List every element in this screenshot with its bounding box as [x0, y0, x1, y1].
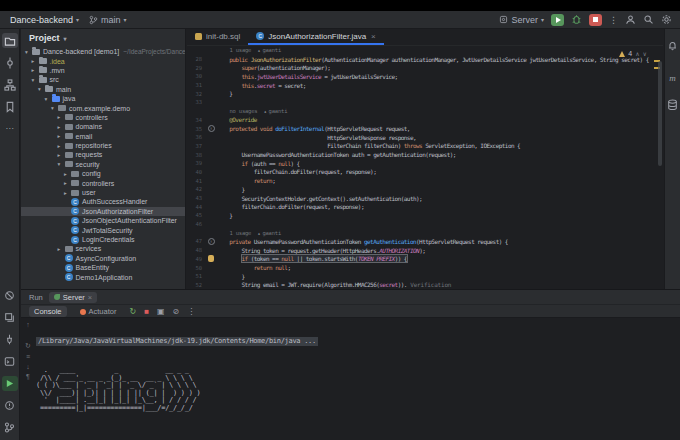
git-tool-button[interactable]: [2, 420, 18, 435]
tree-item[interactable]: ▾Dance-backend [demo1]~/IdeaProjects/Dan…: [21, 47, 185, 56]
search-icon[interactable]: [643, 14, 654, 25]
code-line[interactable]: 37 FilterChain filterChain) throws Servl…: [187, 142, 663, 151]
code-line[interactable]: 51 }: [187, 272, 663, 281]
stop-icon[interactable]: ■: [144, 307, 149, 316]
inspections-widget[interactable]: 4 ∧ ∨: [619, 50, 647, 57]
chevron-down-icon[interactable]: ▾: [38, 86, 45, 92]
stop-button[interactable]: [589, 14, 602, 26]
tree-item[interactable]: CBaseEntity: [21, 263, 185, 272]
tree-item[interactable]: ▸repositories: [21, 141, 185, 150]
terminal-tool-button[interactable]: [2, 354, 18, 369]
tree-item[interactable]: ▾java: [21, 94, 185, 103]
chevron-right-icon[interactable]: ▸: [58, 143, 65, 149]
vcs-branch-widget[interactable]: main ▾: [89, 15, 127, 25]
tree-item[interactable]: ▾com.example.demo: [21, 103, 185, 112]
more-actions-icon[interactable]: ⋮: [609, 15, 618, 25]
chevron-right-icon[interactable]: ▸: [58, 152, 65, 158]
chevron-right-icon[interactable]: ▸: [64, 180, 71, 186]
endpoints-tool-button[interactable]: [2, 332, 18, 347]
prev-warning-icon[interactable]: ∧: [635, 50, 639, 57]
close-icon[interactable]: ×: [371, 32, 376, 41]
notifications-tool-button[interactable]: [667, 37, 678, 55]
override-marker-icon[interactable]: ↑: [208, 125, 215, 132]
debug-button[interactable]: [571, 14, 582, 25]
problems-tool-button[interactable]: [2, 398, 18, 413]
more-tools-button[interactable]: ⋯: [2, 121, 18, 136]
tree-item[interactable]: ▾security: [21, 160, 185, 169]
code-line[interactable]: 44 filterChain.doFilter(request, respons…: [187, 202, 663, 211]
tab-console[interactable]: Console: [29, 306, 67, 317]
close-icon[interactable]: ×: [88, 293, 92, 302]
chevron-right-icon[interactable]: ▸: [64, 190, 71, 196]
mute-tool-button[interactable]: [2, 288, 18, 303]
print-icon[interactable]: ¶: [26, 373, 30, 380]
scroll-up-icon[interactable]: ↑: [26, 321, 30, 328]
project-panel-header[interactable]: Project ▾: [21, 29, 185, 47]
more-icon[interactable]: ⋮: [187, 307, 195, 316]
code-editor[interactable]: 1 usage ▴ gaanti28 public JsonAuthorizat…: [187, 46, 663, 289]
code-line[interactable]: 34 @Override: [187, 116, 663, 125]
commit-tool-button[interactable]: [2, 55, 18, 70]
tree-item[interactable]: ▸controllers: [21, 178, 185, 187]
tree-item[interactable]: ▸.idea: [21, 56, 185, 65]
maven-tool-button[interactable]: m: [669, 67, 676, 85]
gc-icon[interactable]: ⊘: [173, 307, 180, 316]
settings-icon[interactable]: [661, 14, 672, 25]
chevron-down-icon[interactable]: ▾: [51, 105, 58, 111]
code-line[interactable]: 42 }: [187, 185, 663, 194]
code-line[interactable]: 43 SecurityContextHolder.getContext().se…: [187, 194, 663, 203]
code-line[interactable]: 49 if (token == null || token.startsWith…: [187, 255, 663, 264]
dump-threads-icon[interactable]: ▣: [157, 307, 165, 316]
project-tool-button[interactable]: [2, 33, 18, 48]
next-warning-icon[interactable]: ∨: [643, 50, 647, 57]
console-command-line[interactable]: /Library/Java/JavaVirtualMachines/jdk-19…: [36, 337, 680, 346]
tree-item[interactable]: CLoginCredentials: [21, 235, 185, 244]
tree-item[interactable]: ▾main: [21, 85, 185, 94]
code-line[interactable]: 40 filterChain.doFilter(request, respons…: [187, 168, 663, 177]
tree-item[interactable]: CJsonAuthorizationFilter: [21, 207, 185, 216]
tree-item[interactable]: CJsonObjectAuthenticationFilter: [21, 216, 185, 225]
code-line[interactable]: 47↑ private UsernamePasswordAuthenticati…: [187, 237, 663, 246]
code-line[interactable]: 31 this.secret = secret;: [187, 81, 663, 90]
scroll-to-end-icon[interactable]: ↓: [26, 363, 30, 370]
run-button[interactable]: [551, 14, 564, 26]
soft-wrap-icon[interactable]: ≡: [26, 353, 30, 360]
chevron-down-icon[interactable]: ▾: [58, 161, 65, 167]
tab-jsonauthorizationfilter-java[interactable]: C JsonAuthorizationFilter.java ×: [248, 29, 384, 45]
tab-server-run[interactable]: Server ×: [49, 292, 97, 303]
code-line[interactable]: 46: [187, 220, 663, 229]
run-tool-button[interactable]: [2, 376, 18, 391]
chevron-down-icon[interactable]: ▾: [45, 96, 52, 102]
profile-icon[interactable]: [625, 14, 636, 25]
chevron-right-icon[interactable]: ▸: [58, 246, 65, 252]
tab-actuator[interactable]: Actuator: [75, 306, 122, 317]
tree-item[interactable]: CAsyncConfiguration: [21, 254, 185, 263]
code-line[interactable]: 32 }: [187, 89, 663, 98]
tree-item[interactable]: ▾src: [21, 75, 185, 84]
editor-scrollbar[interactable]: [658, 61, 662, 166]
tree-item[interactable]: ▸user: [21, 188, 185, 197]
code-line[interactable]: 50 return null;: [187, 263, 663, 272]
project-widget[interactable]: Dance-backend ▾: [10, 15, 79, 25]
tree-item[interactable]: ▸controllers: [21, 113, 185, 122]
tree-item[interactable]: ▸.mvn: [21, 66, 185, 75]
tree-item[interactable]: CDemo1Application: [21, 272, 185, 281]
tree-item[interactable]: CJwtTotalSecurity: [21, 225, 185, 234]
chevron-right-icon[interactable]: ▸: [58, 114, 65, 120]
database-tool-button[interactable]: [667, 97, 678, 115]
tree-item[interactable]: ▸requests: [21, 150, 185, 159]
code-line[interactable]: 39 if (auth == null) {: [187, 159, 663, 168]
tree-item[interactable]: ▸services: [21, 244, 185, 253]
code-line[interactable]: 41 return;: [187, 176, 663, 185]
tree-item[interactable]: ▸config: [21, 169, 185, 178]
chevron-right-icon[interactable]: ▸: [58, 133, 65, 139]
tree-item[interactable]: CAuthSuccessHandler: [21, 197, 185, 206]
tab-init-db-sql[interactable]: init-db.sql: [187, 29, 248, 45]
structure-tool-button[interactable]: [2, 77, 18, 92]
code-line[interactable]: 29 super(authenticationManager);: [187, 63, 663, 72]
code-line[interactable]: 52 String email = JWT.require(Algorithm.…: [187, 281, 663, 289]
code-line[interactable]: 45 }: [187, 211, 663, 220]
run-config-selector[interactable]: Server ▾: [499, 15, 544, 25]
bookmarks-tool-button[interactable]: [2, 99, 18, 114]
build-tool-button[interactable]: [2, 310, 18, 325]
